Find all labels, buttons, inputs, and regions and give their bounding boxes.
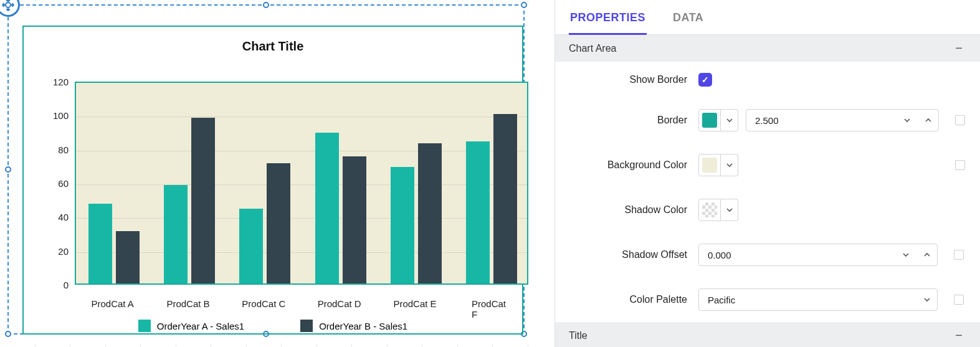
x-tick-label: ProdCat F [472,298,510,320]
section-header-chart-area[interactable]: Chart Area − [555,35,980,62]
x-tick-label: ProdCat C [242,298,285,309]
bar [391,167,414,283]
resize-handle[interactable] [5,166,11,173]
color-palette-select[interactable]: Pacific [698,288,938,311]
panel-tabs: PROPERTIES DATA [555,0,980,35]
shadow-color-dropdown[interactable] [721,199,738,221]
prop-label: Shadow Offset [555,249,698,260]
background-color-dropdown[interactable] [721,154,738,176]
spin-up-icon[interactable] [917,110,938,131]
bar [343,156,366,283]
x-tick-label: ProdCat E [393,298,436,309]
prop-label: Color Palette [555,294,698,305]
legend-label: OrderYear A - Sales1 [157,321,244,331]
advanced-toggle[interactable] [955,115,965,125]
chart-preview[interactable]: Chart Title 020406080100120 ProdCat APro… [22,26,523,335]
section-title: Chart Area [569,43,616,54]
resize-handle[interactable] [263,2,269,8]
chart-legend: OrderYear A - Sales1 OrderYear B - Sales… [24,320,522,332]
border-width-value: 2.500 [746,115,896,126]
legend-item: OrderYear A - Sales1 [138,320,244,332]
y-axis: 020406080100120 [49,78,72,287]
prop-background-color: Background Color [555,143,980,188]
selection-outline[interactable]: Chart Title 020406080100120 ProdCat APro… [7,4,525,335]
x-tick-label: ProdCat D [318,298,361,309]
resize-handle[interactable] [5,331,11,337]
spin-down-icon[interactable] [895,244,916,265]
section-header-title[interactable]: Title − [555,322,980,347]
color-palette-value: Pacific [699,295,916,305]
properties-panel: PROPERTIES DATA Chart Area − Show Border… [554,0,980,347]
advanced-toggle[interactable] [954,250,964,260]
advanced-toggle[interactable] [955,160,965,170]
shadow-color-swatch[interactable] [698,199,721,221]
shadow-offset-value: 0.000 [699,250,895,260]
section-title: Title [569,330,588,341]
prop-shadow-offset: Shadow Offset 0.000 [555,232,980,277]
legend-item: OrderYear B - Sales1 [300,320,407,332]
prop-shadow-color: Shadow Color [555,188,980,232]
bar [164,185,188,283]
x-tick-label: ProdCat B [166,298,209,309]
advanced-toggle[interactable] [954,295,964,305]
show-border-checkbox[interactable]: ✓ [698,73,712,87]
plot-area [75,82,528,285]
bar [267,163,290,283]
bar [315,133,339,283]
resize-handle[interactable] [5,2,11,8]
prop-color-palette: Color Palette Pacific [555,277,980,322]
chart-title: Chart Title [24,39,522,54]
resize-handle[interactable] [521,2,527,8]
border-color-dropdown[interactable] [721,109,738,131]
collapse-icon[interactable]: − [955,41,966,55]
x-tick-label: ProdCat A [91,298,133,309]
shadow-offset-input[interactable]: 0.000 [698,244,938,266]
border-width-input[interactable]: 2.500 [746,109,939,131]
prop-label: Background Color [555,159,698,171]
bar [239,209,263,283]
bar [116,231,140,283]
design-canvas[interactable]: Chart Title 020406080100120 ProdCat APro… [0,0,554,347]
prop-show-border: Show Border ✓ [555,62,980,98]
spin-up-icon[interactable] [916,244,937,265]
legend-swatch [138,320,151,332]
legend-swatch [300,320,313,332]
bar [493,114,517,283]
tab-properties[interactable]: PROPERTIES [569,6,647,35]
bar [418,143,442,283]
legend-label: OrderYear B - Sales1 [319,321,407,331]
prop-border: Border 2.500 [555,98,980,143]
prop-label: Show Border [555,74,698,85]
prop-label: Border [555,115,698,126]
bar [88,204,112,283]
tab-data[interactable]: DATA [672,6,705,34]
prop-label: Shadow Color [555,204,698,216]
collapse-icon[interactable]: − [955,328,966,343]
border-color-swatch[interactable] [698,109,721,131]
bar [466,141,490,283]
background-color-swatch[interactable] [698,154,721,176]
bar [191,118,215,283]
chevron-down-icon[interactable] [916,289,937,310]
spin-down-icon[interactable] [896,110,917,131]
